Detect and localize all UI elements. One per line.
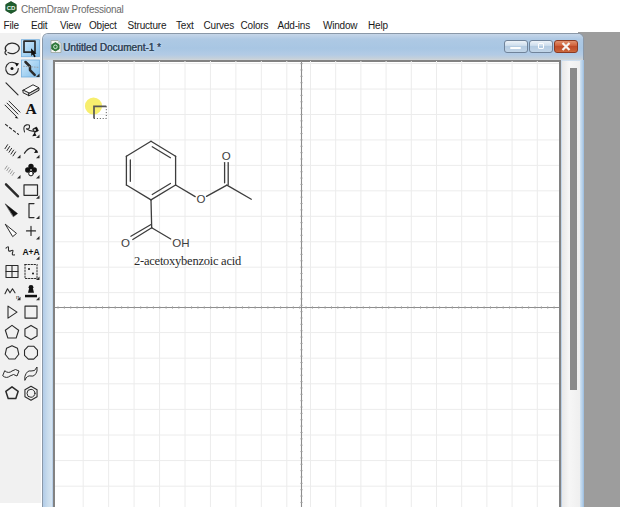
svg-text:A: A — [25, 100, 37, 117]
svg-text:CD: CD — [7, 5, 16, 11]
svg-text:OH: OH — [172, 237, 189, 249]
svg-text:2-acetoxybenzoic acid: 2-acetoxybenzoic acid — [134, 254, 242, 268]
svg-text:O: O — [196, 193, 205, 205]
svg-text:A+A: A+A — [22, 247, 39, 257]
svg-text:O: O — [121, 237, 130, 249]
svg-text:O: O — [222, 150, 231, 162]
